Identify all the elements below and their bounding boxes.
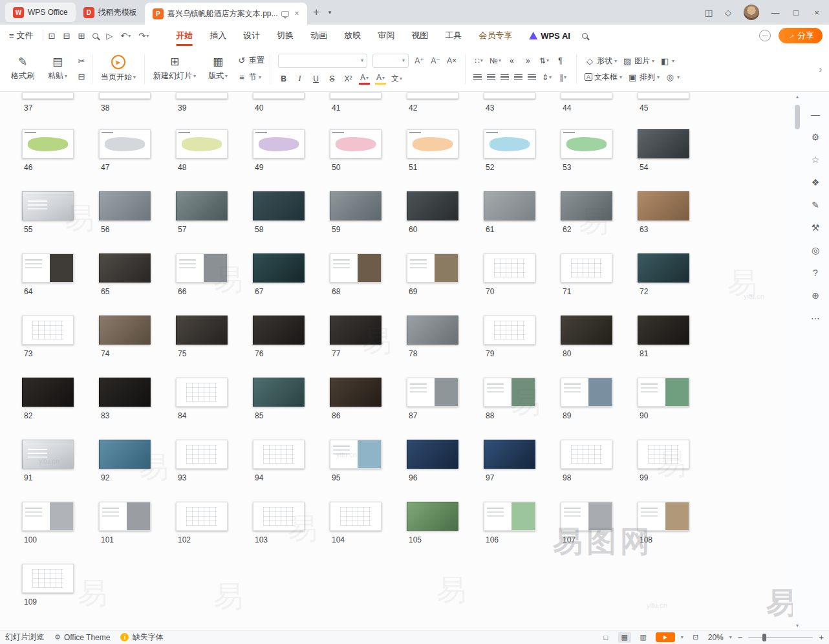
slide-thumbnail[interactable] — [253, 316, 305, 345]
strikethrough-button[interactable]: S — [327, 73, 338, 85]
slide-thumbnail[interactable] — [330, 502, 382, 531]
theme-button[interactable]: ⚙Office Theme — [54, 633, 110, 642]
doc-check-icon[interactable]: ◎ — [812, 246, 819, 255]
line-spacing-button[interactable]: ⇕▾ — [541, 72, 552, 83]
decrease-font-size-button[interactable]: A⁻ — [430, 55, 441, 67]
slide-thumbnail[interactable] — [407, 440, 458, 469]
slide-thumbnail[interactable] — [561, 253, 612, 283]
slide-sorter-view-button[interactable]: ▦ — [618, 632, 631, 643]
text-effects-button[interactable]: 文▾ — [391, 73, 402, 85]
slide-thumbnail[interactable] — [176, 253, 228, 283]
slide-thumbnail[interactable] — [561, 440, 612, 469]
tab-list-chevron-icon[interactable]: ▾ — [326, 9, 334, 16]
zoom-in-button[interactable]: + — [819, 632, 824, 642]
close-button[interactable]: × — [807, 0, 826, 25]
slide-thumbnail[interactable] — [484, 316, 535, 345]
slide-thumbnail[interactable] — [253, 92, 305, 99]
slide-thumbnail[interactable] — [638, 502, 689, 531]
reading-view-button[interactable]: ▥ — [637, 632, 650, 643]
zoom-slider[interactable] — [748, 637, 813, 638]
slide-thumbnail[interactable] — [561, 502, 612, 531]
hide-pane-icon[interactable]: — — [811, 110, 820, 119]
slide-thumbnail[interactable] — [407, 378, 458, 407]
menu-item-工具[interactable]: 工具 — [444, 25, 463, 47]
comment-bubble-icon[interactable] — [281, 11, 289, 17]
slideshow-play-button[interactable]: ▶ — [656, 632, 675, 642]
maximize-button[interactable]: □ — [786, 0, 806, 25]
slide-thumbnail[interactable] — [484, 502, 535, 531]
scrollbar-thumb[interactable] — [795, 105, 800, 129]
play-from-current-button[interactable]: ▶ 当页开始▾ — [98, 51, 139, 87]
slide-thumbnail[interactable] — [176, 378, 228, 407]
align-right-button[interactable] — [501, 74, 509, 80]
bullets-button[interactable]: ∷▾ — [473, 55, 484, 67]
increase-indent-button[interactable]: » — [522, 55, 533, 67]
columns-button[interactable]: ∥▾ — [557, 72, 568, 83]
slide-thumbnail[interactable] — [22, 129, 74, 158]
slide-thumbnail[interactable] — [99, 191, 151, 220]
textbox-button[interactable]: A文本框▾ — [585, 72, 622, 83]
templates-icon[interactable]: ❖ — [812, 178, 820, 187]
slide-thumbnail[interactable] — [176, 92, 228, 99]
slide-thumbnail[interactable] — [638, 191, 689, 220]
align-left-button[interactable] — [473, 74, 482, 80]
slide-sorter-canvas[interactable]: 3738394041424344454647484950515253545556… — [0, 92, 793, 630]
slide-thumbnail[interactable] — [99, 440, 151, 469]
find-replace-icon[interactable] — [92, 33, 98, 39]
slide-thumbnail[interactable] — [330, 92, 382, 99]
slide-thumbnail[interactable] — [407, 129, 458, 158]
slide-thumbnail[interactable] — [253, 440, 305, 469]
section-button[interactable]: ≡节▾ — [237, 72, 264, 83]
slide-thumbnail[interactable] — [22, 253, 74, 283]
tools-icon[interactable]: ⚒ — [812, 223, 820, 232]
align-center-button[interactable] — [487, 74, 495, 80]
slide-thumbnail[interactable] — [176, 440, 228, 469]
slide-thumbnail[interactable] — [99, 502, 151, 531]
italic-button[interactable]: I — [294, 73, 305, 85]
vertical-scrollbar[interactable]: ▴ ▾ — [793, 92, 802, 630]
slide-thumbnail[interactable] — [176, 502, 228, 531]
slide-thumbnail[interactable] — [99, 129, 151, 158]
slide-thumbnail[interactable] — [638, 253, 689, 283]
slide-thumbnail[interactable] — [99, 378, 151, 407]
cut-icon[interactable]: ✂ — [76, 56, 87, 66]
slide-thumbnail[interactable] — [638, 440, 689, 469]
copy-icon[interactable]: ⊟ — [76, 72, 87, 81]
slide-thumbnail[interactable] — [22, 440, 74, 469]
align-distribute-button[interactable] — [528, 74, 536, 80]
scroll-up-arrow-icon[interactable]: ▴ — [796, 92, 799, 101]
menu-item-动画[interactable]: 动画 — [309, 25, 328, 47]
slide-thumbnail[interactable] — [330, 191, 382, 220]
more-tools-icon[interactable]: ⋯ — [811, 314, 820, 323]
scroll-down-arrow-icon[interactable]: ▾ — [796, 621, 799, 630]
minimize-button[interactable]: — — [766, 0, 785, 25]
tab-docer[interactable]: D找稻壳模板 — [76, 3, 145, 22]
text-direction-button[interactable]: ⇅▾ — [539, 55, 550, 67]
slide-thumbnail[interactable] — [407, 253, 458, 283]
slide-thumbnail[interactable] — [330, 129, 382, 158]
favorites-icon[interactable]: ☆ — [812, 155, 820, 164]
redo-icon[interactable]: ↷▾ — [138, 31, 149, 41]
slide-thumbnail[interactable] — [561, 316, 612, 345]
slide-thumbnail[interactable] — [253, 253, 305, 283]
arrange-button[interactable]: ▣排列▾ — [627, 72, 660, 83]
slideshow-options-chevron-icon[interactable]: ▾ — [681, 634, 684, 640]
slide-thumbnail[interactable] — [484, 440, 535, 469]
menu-item-视图[interactable]: 视图 — [410, 25, 429, 47]
slide-thumbnail[interactable] — [484, 378, 535, 407]
slide-thumbnail[interactable] — [22, 378, 74, 407]
picture-button[interactable]: ▨图片▾ — [622, 56, 654, 67]
slide-thumbnail[interactable] — [22, 502, 74, 531]
tab-close-icon[interactable]: × — [294, 9, 299, 18]
file-menu[interactable]: 文件 — [17, 30, 34, 41]
slide-thumbnail[interactable] — [484, 253, 535, 283]
reset-button[interactable]: ↺重置 — [237, 55, 264, 66]
select-button[interactable]: ◎▾ — [665, 72, 680, 82]
annotate-icon[interactable]: ✎ — [812, 200, 819, 209]
slide-thumbnail[interactable] — [407, 316, 458, 345]
output-icon[interactable]: ⊟ — [63, 31, 70, 41]
missing-fonts-button[interactable]: !缺失字体 — [120, 632, 163, 643]
numbering-button[interactable]: №▾ — [490, 55, 501, 67]
underline-button[interactable]: U — [310, 73, 321, 85]
search-button[interactable] — [582, 33, 588, 39]
